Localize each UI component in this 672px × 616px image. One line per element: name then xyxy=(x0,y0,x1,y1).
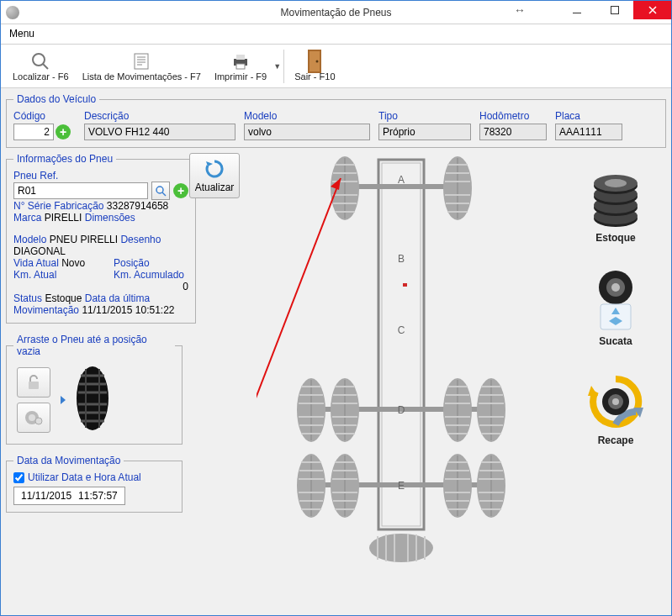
minimize-button[interactable] xyxy=(558,1,595,19)
toolbar-sair[interactable]: Sair - F10 xyxy=(288,50,341,83)
date-value: 11/11/2015 xyxy=(21,490,71,502)
svg-point-42 xyxy=(612,398,619,405)
svg-rect-7 xyxy=(135,54,148,69)
door-icon xyxy=(304,51,325,71)
tire-slot-e-inner-right[interactable] xyxy=(443,454,472,518)
value-km-acum: 0 xyxy=(114,281,188,292)
checkbox-data-atual-input[interactable] xyxy=(13,472,24,483)
app-icon xyxy=(6,6,19,19)
add-codigo-button[interactable]: + xyxy=(56,124,71,140)
toolbar-imprimir-dropdown[interactable]: ▼ xyxy=(273,50,280,83)
legend-data-mov: Data da Movimentação xyxy=(13,455,124,466)
modelo-veiculo-field xyxy=(244,124,370,140)
value-dimensoes xyxy=(13,224,188,234)
menu-item-menu[interactable]: Menu xyxy=(9,28,34,39)
drag-handle-icon[interactable]: ↔ xyxy=(507,1,532,19)
tire-slot-front-right[interactable] xyxy=(443,156,472,220)
svg-rect-9 xyxy=(236,55,245,60)
tipo-field xyxy=(378,124,471,140)
tire-slot-e-inner-left[interactable] xyxy=(331,454,359,518)
menubar: Menu xyxy=(1,24,671,45)
label-marca: Marca xyxy=(13,212,41,224)
recap-icon xyxy=(586,372,645,431)
label-posicao: Posição xyxy=(114,257,150,269)
value-modelo-pneu: PNEU PIRELLI xyxy=(50,234,118,245)
checkbox-data-atual[interactable]: Utilizar Data e Hora Atual xyxy=(13,471,175,483)
value-ultima-mov: 11/11/2015 10:51:22 xyxy=(82,304,174,316)
tire-slot-d-inner-right[interactable] xyxy=(443,378,472,442)
label-estoque: Estoque xyxy=(595,232,635,244)
toolbar-localizar[interactable]: Localizar - F6 xyxy=(6,50,76,83)
drag-arrow xyxy=(257,178,341,472)
label-vida-atual: Vida Atual xyxy=(13,257,59,269)
svg-rect-5 xyxy=(611,7,618,14)
tire-slot-d-outer-left[interactable] xyxy=(297,378,325,442)
label-desenho: Desenho xyxy=(120,234,161,245)
label-descricao: Descrição xyxy=(84,110,235,122)
value-serie: 33287914658 xyxy=(107,200,168,212)
search-icon xyxy=(30,51,50,71)
atualizar-button[interactable]: Atualizar xyxy=(189,153,240,198)
axle-label-c: C xyxy=(398,324,405,336)
vehicle-diagram: A B C D E xyxy=(257,153,542,565)
descricao-field xyxy=(84,124,235,140)
svg-point-35 xyxy=(605,179,627,187)
codigo-input[interactable] xyxy=(13,124,54,140)
svg-point-26 xyxy=(369,534,433,562)
svg-point-14 xyxy=(156,187,163,193)
fieldset-info-pneu: Informações do Pneu Pneu Ref. + N° Série… xyxy=(6,153,196,324)
label-codigo: Código xyxy=(13,110,76,122)
tire-slot-d-outer-right[interactable] xyxy=(477,378,505,442)
svg-point-17 xyxy=(29,414,35,421)
destination-recape[interactable]: Recape xyxy=(586,372,645,446)
tire-stack-icon xyxy=(590,170,641,229)
label-modelo-veiculo: Modelo xyxy=(244,110,370,122)
maximize-button[interactable] xyxy=(595,1,633,19)
label-sucata: Sucata xyxy=(599,335,632,347)
legend-arraste-pneu: Arraste o Pneu até a posição vazia xyxy=(13,334,175,357)
svg-point-13 xyxy=(316,60,319,62)
legend-info-pneu: Informações do Pneu xyxy=(13,153,116,165)
toolbar-lista-movimentacoes[interactable]: Lista de Movimentações - F7 xyxy=(76,50,208,83)
search-icon xyxy=(155,185,167,197)
pneu-ref-add-button[interactable]: + xyxy=(173,183,188,198)
destination-sucata[interactable]: Sucata xyxy=(590,269,641,347)
lock-half-button[interactable] xyxy=(17,367,50,398)
toolbar-separator xyxy=(283,50,284,83)
svg-point-38 xyxy=(611,283,620,292)
label-status: Status xyxy=(13,292,42,304)
svg-rect-10 xyxy=(236,64,245,69)
label-km-acum: Km. Acumulado xyxy=(114,269,184,281)
tire-slot-e-outer-right[interactable] xyxy=(477,454,505,518)
destination-estoque[interactable]: Estoque xyxy=(590,170,641,244)
axle-label-b: B xyxy=(398,253,405,265)
date-time-display[interactable]: 11/11/2015 11:57:57 xyxy=(13,487,125,505)
axle-label-d: D xyxy=(398,404,405,416)
svg-point-18 xyxy=(35,418,42,424)
refresh-icon xyxy=(204,158,225,180)
tire-remove-button[interactable] xyxy=(17,403,50,433)
value-marca: PIRELLI xyxy=(45,212,82,224)
axle-label-e: E xyxy=(398,480,405,492)
svg-rect-25 xyxy=(403,283,407,287)
close-button[interactable] xyxy=(633,1,671,19)
scrap-icon xyxy=(590,269,641,332)
tire-slot-e-outer-left[interactable] xyxy=(297,454,325,518)
titlebar: Movimentação de Pneus ↔ xyxy=(1,1,671,24)
value-desenho: DIAGONAL xyxy=(13,245,66,257)
pneu-ref-search-button[interactable] xyxy=(151,182,170,200)
toolbar-imprimir[interactable]: Imprimir - F9 xyxy=(208,50,273,83)
label-modelo-pneu: Modelo xyxy=(13,234,46,245)
label-placa: Placa xyxy=(555,110,622,122)
draggable-tire[interactable] xyxy=(76,366,109,434)
pneu-ref-input[interactable] xyxy=(13,182,148,199)
fieldset-arraste-pneu: Arraste o Pneu até a posição vazia xyxy=(6,334,183,445)
tire-slot-d-inner-left[interactable] xyxy=(331,378,359,442)
svg-point-6 xyxy=(33,54,45,66)
triangle-right-icon xyxy=(61,396,66,404)
tire-slot-spare[interactable] xyxy=(369,534,433,562)
window-title: Movimentação de Pneus xyxy=(280,7,391,18)
label-hodometro: Hodômetro xyxy=(479,110,547,122)
svg-rect-21 xyxy=(382,163,421,526)
fieldset-dados-veiculo: Dados do Veículo Código + Descrição Mode… xyxy=(6,93,666,148)
